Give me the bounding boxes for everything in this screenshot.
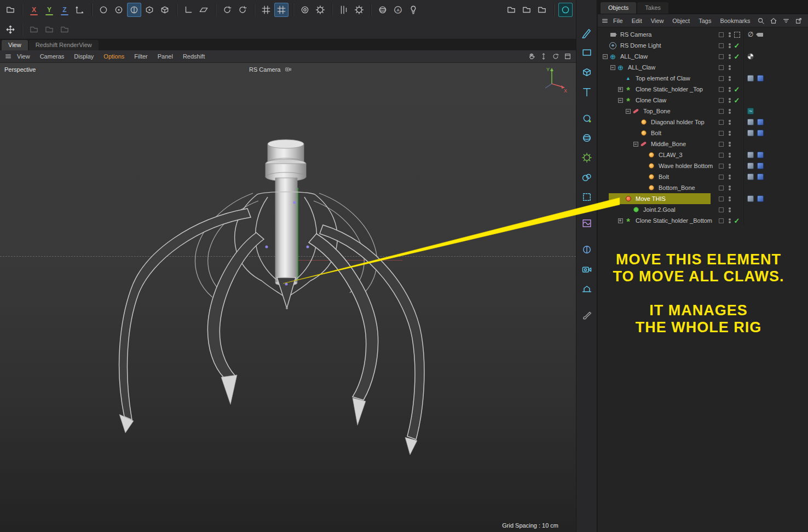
tree-row-move-this[interactable]: Move THIS bbox=[598, 193, 808, 204]
workplane-preset-1-button[interactable] bbox=[504, 3, 518, 17]
model-mode-button[interactable] bbox=[112, 3, 126, 17]
recent-tool-3-button[interactable] bbox=[57, 22, 72, 37]
collapse-icon[interactable]: − bbox=[609, 65, 616, 70]
pan-view-icon[interactable] bbox=[528, 53, 535, 60]
weight-tag[interactable] bbox=[747, 119, 754, 125]
tab-takes[interactable]: Takes bbox=[637, 2, 668, 14]
check-tag[interactable]: ✓ bbox=[734, 217, 740, 224]
flag-tag[interactable] bbox=[757, 174, 764, 180]
tree-row-top-bone[interactable]: −Top_Bone~ bbox=[598, 106, 808, 117]
simulation-tool-icon[interactable] bbox=[579, 149, 595, 166]
reset-psr-button[interactable] bbox=[220, 3, 234, 17]
layer-square[interactable] bbox=[719, 186, 724, 190]
object-label[interactable]: Top element of Claw bbox=[633, 75, 692, 82]
tab-objects[interactable]: Objects bbox=[601, 2, 636, 14]
check-tag[interactable]: ✓ bbox=[734, 97, 740, 103]
layer-square[interactable] bbox=[719, 120, 724, 125]
tree-row-wave-holder-bottom[interactable]: Wave holder Bottom bbox=[598, 160, 808, 171]
object-label[interactable]: Diagonal holder Top bbox=[649, 119, 707, 125]
visibility-dots[interactable] bbox=[726, 153, 734, 158]
layer-square[interactable] bbox=[719, 43, 724, 48]
object-label[interactable]: ALL_Claw bbox=[626, 64, 657, 71]
visibility-dots[interactable] bbox=[726, 120, 734, 125]
visibility-dots[interactable] bbox=[726, 98, 734, 103]
layer-square[interactable] bbox=[719, 196, 724, 201]
stage-tool-icon[interactable] bbox=[579, 281, 595, 297]
tree-row-bottom-bone[interactable]: Bottom_Bone bbox=[598, 182, 808, 193]
recent-tool-1-button[interactable] bbox=[27, 22, 41, 37]
material-paint-tool-icon[interactable] bbox=[579, 307, 595, 323]
tree-row-clone-claw[interactable]: −Clone Claw✓ bbox=[598, 95, 808, 106]
visibility-dots[interactable] bbox=[726, 54, 734, 59]
spline-primitive-tool-icon[interactable] bbox=[579, 44, 595, 61]
dolly-view-icon[interactable] bbox=[540, 53, 547, 60]
object-label[interactable]: Middle_Bone bbox=[649, 141, 688, 147]
subdivision-surface-tool-icon[interactable] bbox=[579, 130, 595, 146]
modeling-circle-button[interactable] bbox=[558, 3, 573, 17]
rotate-snap-button[interactable] bbox=[235, 3, 250, 17]
weight-tag[interactable] bbox=[747, 130, 754, 136]
object-label[interactable]: Bolt bbox=[649, 130, 663, 136]
object-label[interactable]: Bottom_Bone bbox=[656, 184, 697, 191]
visibility-dots[interactable] bbox=[726, 207, 734, 212]
tree-row-all-claw[interactable]: −ALL_Claw bbox=[598, 62, 808, 73]
flag-tag[interactable] bbox=[757, 195, 764, 202]
layer-square[interactable] bbox=[719, 109, 724, 114]
tree-row-all-claw[interactable]: −ALL_Claw✓ bbox=[598, 51, 808, 62]
tab-redshift-renderview[interactable]: Redshift RenderView bbox=[29, 40, 99, 50]
object-label[interactable]: Clone Claw bbox=[633, 97, 668, 103]
expand-icon[interactable]: + bbox=[616, 218, 624, 223]
hamburger-icon[interactable] bbox=[601, 17, 609, 25]
layer-square[interactable] bbox=[719, 98, 724, 103]
perspective-viewport[interactable]: Perspective RS Camera Y X Grid Spacing :… bbox=[0, 63, 576, 532]
layer-square[interactable] bbox=[719, 65, 724, 70]
check-tag[interactable]: ✓ bbox=[734, 42, 740, 49]
visibility-dots[interactable] bbox=[726, 196, 734, 201]
collapse-icon[interactable]: − bbox=[616, 98, 624, 103]
generator-tool-icon[interactable] bbox=[579, 110, 595, 126]
object-label[interactable]: Move THIS bbox=[633, 195, 668, 202]
deformer-tool-icon[interactable] bbox=[579, 215, 595, 232]
layer-square[interactable] bbox=[719, 207, 724, 212]
object-label[interactable]: RS Camera bbox=[618, 31, 654, 38]
annotate-tool-button[interactable]: A bbox=[391, 3, 405, 17]
visibility-dots[interactable] bbox=[726, 131, 734, 136]
content-browser-button[interactable] bbox=[3, 3, 18, 17]
object-label[interactable]: ALL_Claw bbox=[618, 53, 650, 60]
weight-tag[interactable] bbox=[747, 174, 754, 180]
viewport-menu-redshift[interactable]: Redshift bbox=[178, 53, 210, 60]
object-label[interactable]: Wave holder Bottom bbox=[656, 163, 715, 169]
tree-row-bolt[interactable]: Bolt bbox=[598, 171, 808, 182]
object-label[interactable]: CLAW_3 bbox=[656, 152, 685, 158]
sphere-tool-button[interactable] bbox=[376, 3, 390, 17]
camera-tool-icon[interactable] bbox=[579, 261, 595, 277]
layer-square[interactable] bbox=[719, 131, 724, 136]
primitive-cube-tool-icon[interactable] bbox=[579, 64, 595, 80]
tree-row-rs-dome-light[interactable]: RS Dome Light✓ bbox=[598, 40, 808, 51]
tree-row-joint-2-goal[interactable]: Joint.2.Goal bbox=[598, 204, 808, 215]
volume-mesher-tool-icon[interactable] bbox=[579, 189, 595, 205]
tree-row-bolt[interactable]: Bolt bbox=[598, 128, 808, 138]
mograph-text-tool-icon[interactable] bbox=[579, 84, 595, 100]
polygon-mode-button[interactable] bbox=[158, 3, 172, 17]
om-menu-view[interactable]: View bbox=[647, 18, 668, 24]
quantize-button[interactable] bbox=[274, 3, 288, 17]
collapse-icon[interactable]: − bbox=[601, 54, 609, 59]
move-tool-button[interactable] bbox=[3, 22, 18, 37]
field-tool-icon[interactable] bbox=[579, 241, 595, 258]
om-menu-bookmarks[interactable]: Bookmarks bbox=[715, 18, 754, 24]
pick-tool-button[interactable] bbox=[406, 3, 420, 17]
layer-square[interactable] bbox=[719, 175, 724, 180]
viewport-menu-filter[interactable]: Filter bbox=[129, 53, 152, 60]
enable-axis-button[interactable] bbox=[181, 3, 195, 17]
layer-square[interactable] bbox=[719, 153, 724, 158]
rotate-view-icon[interactable] bbox=[552, 53, 559, 60]
snap-toggle-button[interactable] bbox=[259, 3, 273, 17]
coordinate-system-button[interactable] bbox=[73, 3, 87, 17]
toggle-panel-icon[interactable] bbox=[564, 53, 572, 60]
tree-row-middle-bone[interactable]: −Middle_Bone bbox=[598, 138, 808, 149]
active-camera-label[interactable]: RS Camera bbox=[249, 66, 292, 73]
marquee-tag[interactable] bbox=[734, 32, 740, 38]
recent-tool-2-button[interactable] bbox=[42, 22, 56, 37]
visibility-dots[interactable] bbox=[726, 175, 734, 180]
